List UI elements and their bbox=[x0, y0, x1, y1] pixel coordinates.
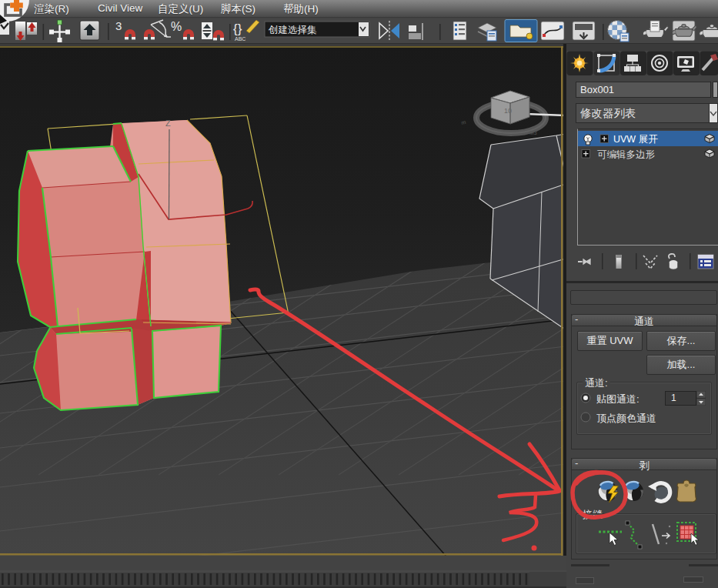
svg-text:{}: {} bbox=[233, 22, 242, 36]
svg-text:ABC: ABC bbox=[235, 36, 245, 42]
svg-text:10: 10 bbox=[504, 107, 512, 115]
svg-text:%: % bbox=[171, 20, 182, 33]
svg-text:M3: M3 bbox=[529, 130, 537, 135]
svg-text:创建选择集: 创建选择集 bbox=[268, 25, 317, 35]
svg-text:Z: Z bbox=[165, 119, 171, 128]
svg-text:3: 3 bbox=[115, 19, 122, 32]
